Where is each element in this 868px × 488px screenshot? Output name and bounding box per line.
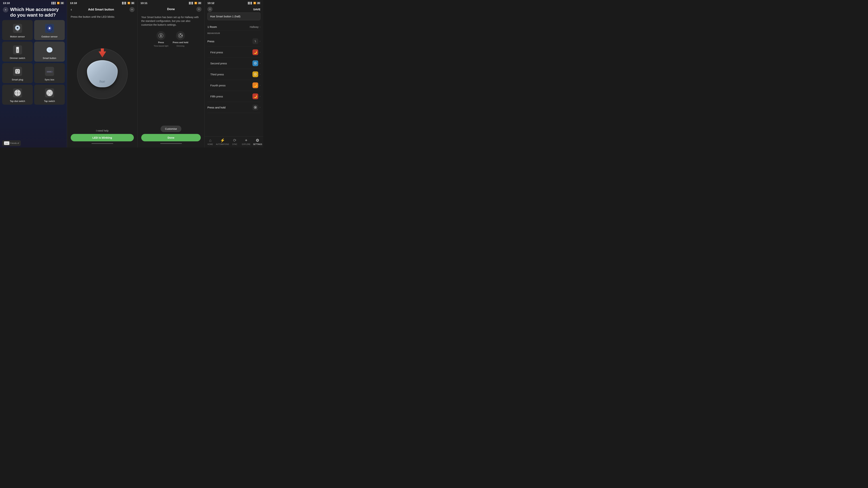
press-hold-row-right: › <box>252 104 260 110</box>
room-value: Hallway › <box>250 26 260 28</box>
smart-plug-icon <box>12 66 23 77</box>
accessory-item-dimmer-switch[interactable]: Dimmer switch <box>2 41 33 62</box>
battery-2: 30 <box>131 2 134 4</box>
fifth-press-icon-badge: 🌙 <box>252 93 258 99</box>
svg-point-26 <box>48 71 48 72</box>
room-row[interactable]: 1 Room Hallway › <box>208 23 260 31</box>
second-press-chevron-icon: › <box>260 62 260 65</box>
save-button[interactable]: SAVE <box>253 8 260 11</box>
wifi-icon-2: 🛜 <box>127 2 130 4</box>
fourth-press-row[interactable]: Fourth press 🌙 › <box>208 80 260 91</box>
panel2-title: Add Smart button <box>88 8 114 11</box>
press-hold-behavior-sublabel: Dimming <box>177 45 184 47</box>
panel3-description: Your Smart button has been set up for Ha… <box>141 15 201 27</box>
status-bar-3: 13:11 ▌▌▌ 🛜 29 <box>137 0 204 5</box>
first-press-row[interactable]: First press 🌙 › <box>208 47 260 58</box>
panel1-title: Which Hue accessory do you want to add? <box>10 7 64 18</box>
accessory-item-motion-sensor[interactable]: Motion sensor <box>2 20 33 40</box>
press-icon-circle <box>156 31 165 40</box>
svg-point-44 <box>49 92 50 94</box>
first-press-right: 🌙 › <box>252 50 260 55</box>
fifth-press-row[interactable]: Fifth press 🌙 › <box>208 91 260 102</box>
nav-item-home[interactable]: ⌂ HOME <box>205 138 216 145</box>
accessory-grid: Motion sensor Outdoor sensor <box>0 20 67 105</box>
svg-marker-47 <box>98 48 106 58</box>
accessory-item-outdoor-sensor[interactable]: Outdoor sensor <box>34 20 65 40</box>
sync-box-icon <box>44 66 55 77</box>
battery-1: 30 <box>60 2 64 4</box>
first-press-icon-badge: 🌙 <box>252 50 258 55</box>
nav-item-explore[interactable]: ✦ EXPLORE <box>241 138 252 145</box>
arrow-down-icon <box>98 47 107 58</box>
svg-point-9 <box>49 27 51 29</box>
accessory-item-tap-dial-switch[interactable]: Tap dial switch <box>2 85 33 105</box>
back-button[interactable]: ‹ <box>70 7 73 12</box>
fifth-press-label: Fifth press <box>208 95 223 98</box>
press-chevron-icon: › <box>260 40 260 42</box>
hue-smart-button-3d: hue <box>87 60 118 87</box>
device-name-input[interactable] <box>208 12 260 20</box>
time-3: 13:11 <box>141 1 147 4</box>
bottom-indicator-bar-3 <box>160 143 182 144</box>
accessory-item-smart-plug[interactable]: Smart plug <box>2 63 33 83</box>
panel3-header: Done × <box>137 5 204 12</box>
accessory-item-smart-button[interactable]: hue Smart button <box>34 41 65 62</box>
dimmer-switch-label: Dimmer switch <box>10 57 25 60</box>
svg-point-22 <box>18 70 19 71</box>
signal-icon: ▌▌▌ <box>52 2 56 4</box>
outdoor-sensor-icon <box>44 23 55 34</box>
customise-button[interactable]: Customise <box>161 126 181 132</box>
panel3-content: Your Smart button has been set up for Ha… <box>137 12 204 124</box>
svg-point-60 <box>255 74 256 75</box>
led-blinking-button[interactable]: LED is blinking <box>71 134 134 141</box>
status-icons-2: ▌▌▌ 🛜 30 <box>122 2 134 4</box>
svg-rect-12 <box>17 47 19 48</box>
press-behavior-sublabel: Time-based light <box>154 45 168 47</box>
svg-rect-23 <box>17 72 18 73</box>
nav-item-settings[interactable]: ⚙ SETTINGS <box>252 138 263 145</box>
svg-text:hue: hue <box>5 142 8 144</box>
press-icon-badge <box>252 38 258 44</box>
panel2-bottom: I need help LED is blinking <box>67 127 137 148</box>
press-row-right: › <box>252 38 260 44</box>
press-behaviour-row[interactable]: Press › <box>208 36 260 47</box>
battery-4: 29 <box>257 2 260 4</box>
fifth-press-right: 🌙 › <box>252 93 260 99</box>
accessory-item-tap-switch[interactable]: Tap switch <box>34 85 65 105</box>
close-button-3[interactable]: × <box>196 7 202 12</box>
bottom-indicator-bar-2 <box>92 143 113 144</box>
press-label: Press <box>208 40 214 43</box>
svg-point-41 <box>50 91 52 93</box>
nav-explore-label: EXPLORE <box>242 143 250 145</box>
nav-item-automations[interactable]: ⚡ AUTOMATIONS <box>216 138 229 145</box>
done-button[interactable]: Done <box>141 134 201 141</box>
dimmer-switch-icon <box>12 44 23 55</box>
press-hold-behaviour-row[interactable]: Press and hold › <box>208 102 260 113</box>
svg-point-3 <box>17 27 19 29</box>
tap-switch-label: Tap switch <box>44 100 55 102</box>
status-icons-4: ▌▌▌ 🛜 29 <box>248 2 260 4</box>
press-hold-behavior-label: Press and hold <box>173 41 188 44</box>
help-text: I need help <box>96 129 108 132</box>
room-count-label: 1 Room <box>208 25 217 28</box>
fourth-press-icon-badge: 🌙 <box>252 83 258 88</box>
second-press-icon-badge <box>252 60 258 66</box>
panel3-title: Done <box>167 7 175 11</box>
accessory-item-sync-box[interactable]: Sync box <box>34 63 65 83</box>
nav-item-sync[interactable]: ⟳ SYNC <box>229 138 241 145</box>
third-press-right: › <box>252 71 260 77</box>
third-press-row[interactable]: Third press › <box>208 69 260 80</box>
press-hold-label: Press and hold <box>208 106 225 109</box>
first-press-chevron-icon: › <box>260 51 260 54</box>
close-button-2[interactable]: × <box>129 7 134 12</box>
status-icons-3: ▌▌▌ 🛜 29 <box>189 2 202 4</box>
second-press-row[interactable]: Second press › <box>208 58 260 69</box>
motion-sensor-icon <box>12 23 23 34</box>
close-button-4[interactable]: × <box>208 7 213 12</box>
home-icon: ⌂ <box>209 138 211 143</box>
close-button-1[interactable]: × <box>3 7 8 12</box>
automations-icon: ⚡ <box>220 138 225 143</box>
settings-icon: ⚙ <box>256 138 259 143</box>
nav-automations-label: AUTOMATIONS <box>216 143 229 145</box>
button-3d-wrap: hue <box>87 60 118 87</box>
